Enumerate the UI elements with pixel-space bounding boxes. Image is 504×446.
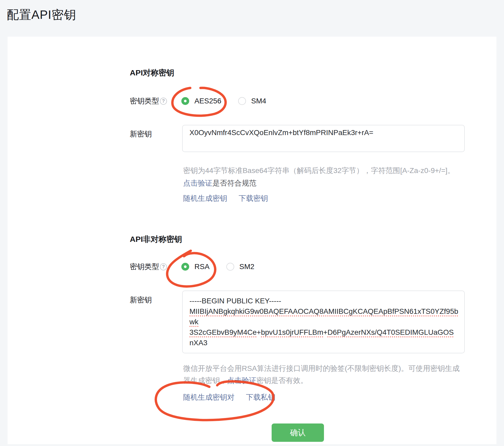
symmetric-new-key-label: 新密钥 xyxy=(130,129,152,139)
asymmetric-key-textarea[interactable]: -----BEGIN PUBLIC KEY-----MIIBIjANBgkqhk… xyxy=(182,291,465,353)
symmetric-key-helper: 密钥为44字节标准Base64字符串（解码后长度32字节），字符范围[A-Za-… xyxy=(183,165,455,176)
radio-dot-icon xyxy=(241,100,243,102)
asymmetric-section-title: API非对称密钥 xyxy=(130,234,182,245)
radio-dot-icon xyxy=(184,100,187,102)
config-card: API对称密钥 密钥类型? AES256 SM4 新密钥 密钥为44字节标准Ba… xyxy=(8,37,496,444)
help-icon[interactable]: ? xyxy=(160,263,167,270)
radio-dot-icon xyxy=(229,265,232,268)
symmetric-key-type-radios: AES256 SM4 xyxy=(181,96,266,106)
symmetric-section-title: API对称密钥 xyxy=(130,68,174,78)
generate-keypair-link[interactable]: 随机生成密钥对 xyxy=(183,392,234,403)
asymmetric-key-type-label: 密钥类型? xyxy=(130,262,167,271)
asymmetric-new-key-label: 新密钥 xyxy=(130,295,152,305)
download-key-link[interactable]: 下载密钥 xyxy=(239,193,268,204)
radio-sm2-label[interactable]: SM2 xyxy=(239,263,255,271)
download-private-key-link[interactable]: 下载私钥 xyxy=(246,392,275,403)
asymmetric-key-helper-line2: 器生成密钥，点击验证密钥是否有效。 xyxy=(183,375,308,386)
asymmetric-key-type-radios: RSA SM2 xyxy=(181,262,254,271)
symmetric-links-row: 随机生成密钥 下载密钥 xyxy=(183,193,268,204)
radio-aes256-label[interactable]: AES256 xyxy=(194,97,221,105)
radio-sm4[interactable] xyxy=(238,97,246,105)
validate-key-link[interactable]: 点击验证 xyxy=(183,179,212,187)
confirm-button[interactable]: 确认 xyxy=(272,423,324,442)
help-icon[interactable]: ? xyxy=(160,98,167,105)
symmetric-key-type-label: 密钥类型? xyxy=(130,96,167,106)
api-key-config-page: 配置API密钥 API对称密钥 密钥类型? AES256 SM4 新密钥 密钥为… xyxy=(0,0,504,446)
symmetric-validate-row: 点击验证是否符合规范 xyxy=(183,178,256,188)
validate-suffix-text: 是否符合规范 xyxy=(212,179,256,187)
radio-sm4-label[interactable]: SM4 xyxy=(251,97,266,105)
generate-key-link[interactable]: 随机生成密钥 xyxy=(183,193,227,204)
validate-asymmetric-key-link[interactable]: 点击验证 xyxy=(227,376,256,384)
asymmetric-links-row: 随机生成密钥对 下载私钥 xyxy=(183,392,275,403)
page-title: 配置API密钥 xyxy=(7,7,76,23)
asymmetric-key-helper-line1: 微信开放平台会用RSA算法进行接口调用时的验签(不限制密钥长度)。可使用密钥生成 xyxy=(183,363,460,374)
symmetric-key-input[interactable] xyxy=(182,125,465,152)
radio-dot-icon xyxy=(184,265,187,268)
radio-rsa-label[interactable]: RSA xyxy=(194,263,210,271)
radio-sm2[interactable] xyxy=(226,263,234,271)
radio-rsa[interactable] xyxy=(181,263,189,271)
radio-aes256[interactable] xyxy=(181,97,189,105)
